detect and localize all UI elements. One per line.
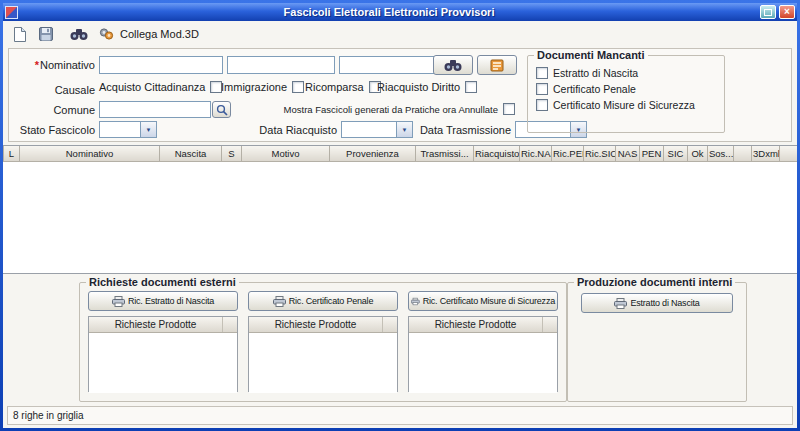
print-icon: [614, 298, 627, 309]
grid-column-header[interactable]: Nascita: [160, 146, 222, 162]
causale-label: Causale: [27, 84, 95, 96]
fascicoli-grid-wrap: LNominativoNascitaSMotivoProvenienzaTras…: [3, 145, 797, 274]
grid-column-header[interactable]: L: [4, 146, 20, 162]
grid-column-header[interactable]: Motivo: [242, 146, 330, 162]
grid-column-header[interactable]: Riacquisto: [474, 146, 520, 162]
collega-mod3d-button[interactable]: [96, 24, 116, 44]
richieste-documenti-esterni-title: Richieste documenti esterni: [86, 276, 239, 288]
produzione-documenti-interni-group: Produzione documenti interni Estratto di…: [567, 276, 747, 402]
richieste-prodotte-header[interactable]: Richieste Prodotte: [409, 317, 543, 332]
nominativo-input-3[interactable]: [339, 56, 447, 74]
search-panel: *Nominativo Causale Acquisto Cittadinanz…: [8, 48, 792, 142]
grid-column-header[interactable]: Nominativo: [20, 146, 160, 162]
collega-mod3d-icon: [99, 27, 114, 41]
grid-column-header[interactable]: 3Dxml: [752, 146, 780, 162]
causale-riacquisto-diritto: Riacquisto Diritto: [377, 81, 477, 93]
comune-search-button[interactable]: [212, 101, 231, 118]
produzione-documenti-interni-title: Produzione documenti interni: [574, 276, 735, 288]
app-icon: [5, 6, 18, 19]
window-close-button[interactable]: ×: [779, 5, 795, 19]
ric-estratto-di-nascita-button[interactable]: Ric. Estratto di Nascita: [88, 291, 238, 311]
richieste-prodotte-header-spacer: [543, 317, 557, 332]
print-icon: [411, 296, 420, 307]
richieste-prodotte-list[interactable]: [409, 333, 557, 393]
chevron-down-icon[interactable]: ▼: [396, 122, 412, 137]
grid-column-header[interactable]: S: [222, 146, 242, 162]
required-mark: *: [35, 59, 39, 71]
produzione-estratto-di-nascita-button[interactable]: Estratto di Nascita: [581, 293, 733, 313]
richieste-prodotte-list[interactable]: [249, 333, 397, 393]
riacquisto-diritto-checkbox[interactable]: [465, 81, 477, 93]
toolbar: Collega Mod.3D: [3, 21, 797, 47]
grid-column-header[interactable]: PEN: [640, 146, 664, 162]
ric-certificato-misure-sicurezza-button[interactable]: Ric. Certificato Misure di Sicurezza: [408, 291, 558, 311]
grid-column-header[interactable]: Ric.SIC: [584, 146, 616, 162]
save-icon: [39, 27, 53, 41]
status-bar: 8 righe in griglia: [7, 406, 793, 425]
search-icon: [216, 104, 228, 116]
richieste-prodotte-header[interactable]: Richieste Prodotte: [89, 317, 223, 332]
grid-column-header[interactable]: [780, 146, 798, 162]
documenti-mancanti-title: Documenti Mancanti: [534, 49, 648, 61]
data-trasmissione-label: Data Trasmissione: [419, 124, 511, 136]
grid-column-header[interactable]: Ok: [688, 146, 708, 162]
dm-certificato-penale: Certificato Penale: [536, 83, 716, 95]
grid-column-header[interactable]: Sos...: [708, 146, 734, 162]
richieste-documenti-esterni-group: Richieste documenti esterni Ric. Estratt…: [79, 276, 567, 402]
dm-certificato-misure-sicurezza-checkbox[interactable]: [536, 99, 548, 111]
richieste-prodotte-panel: Richieste Prodotte: [88, 316, 238, 392]
data-riacquisto-label: Data Riacquisto: [255, 124, 337, 136]
grid-column-header[interactable]: [734, 146, 752, 162]
nominativo-label: *Nominativo: [27, 59, 95, 71]
documenti-mancanti-group: Documenti Mancanti Estratto di Nascita C…: [527, 49, 725, 133]
nominativo-input-2[interactable]: [227, 56, 335, 74]
window-title: Fascicoli Elettorali Elettronici Provvis…: [21, 6, 757, 18]
comune-input[interactable]: [99, 101, 211, 118]
causale-acquisto-cittadinanza: Acquisto Cittadinanza: [99, 81, 222, 93]
client-area: Collega Mod.3D *Nominativo Causale Acqui…: [3, 21, 797, 428]
binoculars-icon: [70, 28, 88, 41]
comune-label: Comune: [27, 104, 95, 116]
richieste-prodotte-list[interactable]: [89, 333, 237, 393]
ric-certificato-penale-button[interactable]: Ric. Certificato Penale: [248, 291, 398, 311]
richiesta-stack-estratto: Ric. Estratto di Nascita Richieste Prodo…: [88, 291, 238, 392]
mostra-annullate-item: Mostra Fascicoli generati da Pratiche or…: [284, 103, 515, 115]
grid-column-header[interactable]: Trasmissi...: [416, 146, 474, 162]
richieste-prodotte-panel: Richieste Prodotte: [248, 316, 398, 392]
grid-column-header[interactable]: NAS: [616, 146, 640, 162]
status-text: 8 righe in griglia: [13, 410, 84, 421]
richiesta-stack-penale: Ric. Certificato Penale Richieste Prodot…: [248, 291, 398, 392]
grid-column-header[interactable]: Ric.NAS: [520, 146, 552, 162]
grid-column-header[interactable]: Ric.PEN: [552, 146, 584, 162]
cerca-fascicoli-button[interactable]: [69, 24, 89, 44]
causale-immigrazione: Immigrazione: [221, 81, 304, 93]
stato-fascicolo-select[interactable]: ▼: [99, 121, 157, 138]
grid-column-header[interactable]: Provenienza: [330, 146, 416, 162]
richieste-prodotte-header-spacer: [383, 317, 397, 332]
save-button[interactable]: [36, 24, 56, 44]
collega-mod3d-label[interactable]: Collega Mod.3D: [120, 28, 199, 40]
dm-estratto-nascita-checkbox[interactable]: [536, 67, 548, 79]
window-restore-button[interactable]: [760, 5, 776, 19]
binoculars-icon: [444, 59, 462, 72]
archivio-button[interactable]: [477, 55, 517, 75]
dm-certificato-misure-sicurezza: Certificato Misure di Sicurezza: [536, 99, 716, 111]
stato-fascicolo-label: Stato Fascicolo: [11, 124, 95, 136]
new-document-button[interactable]: [9, 24, 29, 44]
data-riacquisto-select[interactable]: ▼: [341, 121, 413, 138]
grid-column-header[interactable]: SIC: [664, 146, 688, 162]
print-icon: [273, 296, 286, 307]
chevron-down-icon[interactable]: ▼: [140, 122, 156, 137]
dm-estratto-di-nascita: Estratto di Nascita: [536, 67, 716, 79]
new-document-icon: [13, 27, 26, 42]
immigrazione-checkbox[interactable]: [292, 81, 304, 93]
title-bar[interactable]: Fascicoli Elettorali Elettronici Provvis…: [3, 3, 797, 21]
search-button[interactable]: [433, 55, 473, 75]
nominativo-input-1[interactable]: [99, 56, 223, 74]
mostra-annullate-checkbox[interactable]: [503, 103, 515, 115]
dm-certificato-penale-checkbox[interactable]: [536, 83, 548, 95]
richieste-prodotte-header[interactable]: Richieste Prodotte: [249, 317, 383, 332]
fascicoli-grid: LNominativoNascitaSMotivoProvenienzaTras…: [3, 146, 797, 162]
richieste-prodotte-panel: Richieste Prodotte: [408, 316, 558, 392]
app-window: Fascicoli Elettorali Elettronici Provvis…: [0, 0, 800, 431]
